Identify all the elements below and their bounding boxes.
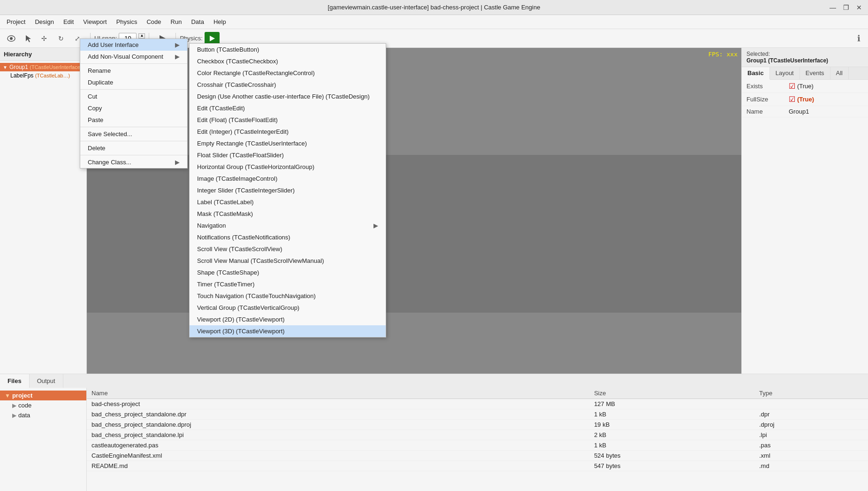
tab-basic[interactable]: Basic: [742, 67, 770, 80]
move-toolbar-button[interactable]: ✢: [38, 31, 53, 46]
ctx-delete[interactable]: Delete: [80, 142, 187, 154]
menu-edit[interactable]: Edit: [59, 16, 78, 27]
table-row[interactable]: castleautogenerated.pas 1 kB .pas: [87, 440, 868, 451]
tab-events[interactable]: Events: [800, 67, 830, 79]
table-row[interactable]: CastleEngineManifest.xml 524 bytes .xml: [87, 451, 868, 461]
menu-project[interactable]: Project: [2, 16, 30, 27]
eye-toolbar-button[interactable]: [4, 31, 19, 46]
tab-all[interactable]: All: [830, 67, 849, 79]
sub-checkbox[interactable]: Checkbox (TCastleCheckbox): [190, 55, 386, 67]
sub-notifications[interactable]: Notifications (TCastleNotifications): [190, 231, 386, 243]
ctx-save-selected[interactable]: Save Selected...: [80, 128, 187, 140]
file-name: bad_chess_project_standalone.dpr: [87, 409, 589, 420]
ftree-project[interactable]: ▼ project: [0, 391, 86, 400]
menu-code[interactable]: Code: [142, 16, 166, 27]
sub-crosshair[interactable]: Crosshair (TCastleCrosshair): [190, 79, 386, 91]
prop-fullsize-name: FullSize: [746, 96, 789, 103]
tree-label-labelfps: LabelFps (TCastleLab…): [10, 72, 70, 79]
sub-design[interactable]: Design (Use Another castle-user-interfac…: [190, 91, 386, 102]
snap-increment-button[interactable]: ▲: [138, 33, 145, 38]
maximize-button[interactable]: ❐: [841, 2, 851, 13]
rotate-toolbar-button[interactable]: ↻: [54, 31, 69, 46]
file-name: bad_chess_project_standalone.dproj: [87, 420, 589, 430]
sub-scroll-view[interactable]: Scroll View (TCastleScrollView): [190, 243, 386, 255]
menu-help[interactable]: Help: [209, 16, 231, 27]
ctx-copy[interactable]: Copy: [80, 102, 187, 114]
tree-item-labelfps[interactable]: LabelFps (TCastleLab…): [8, 71, 86, 80]
ctx-add-nonvisual[interactable]: Add Non-Visual Component ▶: [80, 51, 187, 62]
ftree-data[interactable]: ▶ data: [8, 410, 86, 420]
menu-run[interactable]: Run: [166, 16, 187, 27]
sub-float-slider[interactable]: Float Slider (TCastleFloatSlider): [190, 149, 386, 161]
ctx-change-class[interactable]: Change Class... ▶: [80, 156, 187, 168]
menu-data[interactable]: Data: [186, 16, 208, 27]
sub-shape[interactable]: Shape (TCastleShape): [190, 267, 386, 278]
output-tab[interactable]: Output: [30, 374, 63, 388]
svg-text:↻: ↻: [58, 35, 64, 42]
hierarchy-header: Hierarchy: [0, 48, 86, 61]
files-tab[interactable]: Files: [0, 374, 30, 388]
table-row[interactable]: bad-chess-project 127 MB: [87, 399, 868, 409]
ctx-rename[interactable]: Rename: [80, 65, 187, 77]
inspector-tabs: Basic Layout Events All: [742, 67, 868, 80]
col-size-header[interactable]: Size: [589, 388, 754, 399]
sub-empty-rect[interactable]: Empty Rectangle (TCastleUserInterface): [190, 138, 386, 149]
close-button[interactable]: ✕: [854, 2, 864, 13]
table-row[interactable]: bad_chess_project_standalone.dproj 19 kB…: [87, 420, 868, 430]
table-row[interactable]: bad_chess_project_standalone.lpi 2 kB .l…: [87, 430, 868, 440]
col-name-header[interactable]: Name: [87, 388, 589, 399]
sub-int-slider[interactable]: Integer Slider (TCastleIntegerSlider): [190, 184, 386, 196]
minimize-button[interactable]: —: [828, 2, 838, 13]
sub-edit-float[interactable]: Edit (Float) (TCastleFloatEdit): [190, 114, 386, 126]
info-button[interactable]: ℹ: [853, 31, 864, 46]
context-menu: Add User Interface ▶ Add Non-Visual Comp…: [80, 38, 188, 169]
file-size: 1 kB: [589, 440, 754, 451]
file-name: CastleEngineManifest.xml: [87, 451, 589, 461]
ctx-cut[interactable]: Cut: [80, 91, 187, 102]
bottom-content: ▼ project ▶ code ▶ data Name Size Type: [0, 388, 868, 491]
sub-vert-group[interactable]: Vertical Group (TCastleVerticalGroup): [190, 302, 386, 314]
sub-viewport-2d[interactable]: Viewport (2D) (TCastleViewport): [190, 314, 386, 325]
menu-physics[interactable]: Physics: [112, 16, 142, 27]
checkbox-fullsize-icon: ☑: [789, 95, 795, 104]
sub-timer[interactable]: Timer (TCastleTimer): [190, 278, 386, 290]
file-type: .xml: [754, 451, 868, 461]
sub-touch-nav[interactable]: Touch Navigation (TCastleTouchNavigation…: [190, 290, 386, 302]
sub-edit[interactable]: Edit (TCastleEdit): [190, 102, 386, 114]
select-toolbar-button[interactable]: [21, 31, 36, 46]
prop-fullsize-value[interactable]: ☑ (True): [789, 95, 814, 104]
sub-button[interactable]: Button (TCastleButton): [190, 44, 386, 55]
ctx-add-ui[interactable]: Add User Interface ▶: [80, 39, 187, 51]
table-row[interactable]: bad_chess_project_standalone.dpr 1 kB .d…: [87, 409, 868, 420]
files-tbody: bad-chess-project 127 MB bad_chess_proje…: [87, 399, 868, 471]
sub-image[interactable]: Image (TCastleImageControl): [190, 173, 386, 184]
sub-scroll-view-manual[interactable]: Scroll View Manual (TCastleScrollViewMan…: [190, 255, 386, 267]
sub-navigation[interactable]: Navigation ▶: [190, 220, 386, 231]
tab-layout[interactable]: Layout: [770, 67, 800, 79]
menubar: Project Design Edit Viewport Physics Cod…: [0, 15, 868, 29]
menu-design[interactable]: Design: [30, 16, 58, 27]
checkbox-exists-icon: ☑: [789, 82, 795, 91]
ctx-duplicate[interactable]: Duplicate: [80, 77, 187, 88]
titlebar: [gameviewmain.castle-user-interface] bad…: [0, 0, 868, 15]
ctx-sep-4: [80, 141, 187, 141]
col-type-header[interactable]: Type: [754, 388, 868, 399]
selected-label: Selected:: [746, 51, 863, 57]
prop-exists-value[interactable]: ☑ (True): [789, 82, 814, 91]
ctx-add-nonvisual-arrow: ▶: [175, 53, 180, 60]
sub-mask[interactable]: Mask (TCastleMask): [190, 208, 386, 220]
svg-marker-2: [26, 35, 31, 42]
menu-viewport[interactable]: Viewport: [78, 16, 111, 27]
table-row[interactable]: README.md 547 bytes .md: [87, 461, 868, 471]
tree-item-group1[interactable]: ▼ Group1 (TCastleUserInterface): [0, 63, 86, 71]
sub-label[interactable]: Label (TCastleLabel): [190, 196, 386, 208]
sub-color-rect[interactable]: Color Rectangle (TCastleRectangleControl…: [190, 67, 386, 79]
ftree-code[interactable]: ▶ code: [8, 400, 86, 410]
sub-edit-int[interactable]: Edit (Integer) (TCastleIntegerEdit): [190, 126, 386, 138]
ctx-paste[interactable]: Paste: [80, 114, 187, 126]
sub-horiz-group[interactable]: Horizontal Group (TCastleHorizontalGroup…: [190, 161, 386, 173]
sub-viewport-3d[interactable]: Viewport (3D) (TCastleViewport): [190, 325, 386, 337]
prop-name-value: Group1: [789, 108, 809, 115]
bottom-tabs-bar: Files Output: [0, 374, 868, 388]
files-tree: ▼ project ▶ code ▶ data: [0, 388, 87, 491]
